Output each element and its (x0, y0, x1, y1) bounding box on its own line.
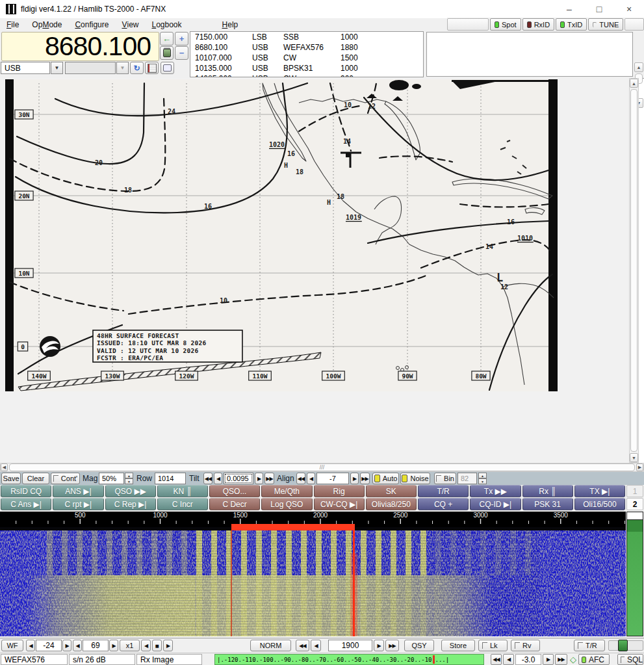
menu-item-help[interactable]: Help (216, 18, 245, 31)
macro-button-rsid-cq[interactable]: RsID CQ (1, 485, 51, 497)
chat-button[interactable] (161, 62, 174, 74)
macro-button-sk[interactable]: SK (366, 485, 417, 497)
minimize-button[interactable]: – (554, 0, 584, 18)
offset-up-button[interactable]: ▶ (109, 640, 118, 651)
wf-slider-thumb[interactable] (618, 640, 628, 651)
wf-mode-button[interactable]: WF (1, 640, 23, 651)
image-hscrollbar-thumb[interactable]: /// (9, 463, 635, 471)
macro-set-1-indicator[interactable]: 1 (626, 485, 643, 497)
frequency-list-row[interactable]: 7150.000LSBSSB1000 (190, 32, 423, 42)
carrier-next2-button[interactable]: ▶▶ (385, 640, 399, 651)
menu-item-view[interactable]: View (115, 18, 145, 31)
chevron-down-icon[interactable]: ▼ (51, 62, 63, 74)
qsy-button[interactable]: QSY (404, 640, 434, 651)
macro-button-tx[interactable]: TX ▶| (574, 485, 625, 497)
row-value[interactable]: 1014 (155, 473, 186, 484)
align-value[interactable]: -7 (316, 473, 349, 484)
afc-next2-button[interactable]: ▶▶ (555, 654, 567, 665)
align-prev-button[interactable]: ◀ (307, 473, 315, 484)
macro-button-psk-31[interactable]: PSK 31 (522, 498, 573, 510)
image-scroll-down-button[interactable]: ▼ (630, 453, 638, 462)
shift-left-button[interactable]: ◀ (141, 640, 151, 651)
freq-add-button[interactable]: + (175, 32, 188, 46)
chevron-down-icon[interactable]: ▼ (116, 62, 129, 74)
tilt-next2-button[interactable]: ▶▶ (264, 473, 274, 484)
refresh-button[interactable]: ↻ (130, 62, 144, 74)
txrx-toggle[interactable]: T/R (574, 640, 605, 651)
macro-button-c-rep[interactable]: C Rep ▶| (105, 498, 156, 510)
align-next-button[interactable]: ▶ (350, 473, 359, 484)
macro-button-qso[interactable]: QSO... (209, 485, 260, 497)
bin-toggle[interactable]: Bin (434, 473, 456, 484)
clear-button[interactable]: Clear (22, 473, 49, 484)
tilt-prev-button[interactable]: ◀ (214, 473, 222, 484)
frequency-list-row[interactable]: 14085.000USBCW900 (190, 73, 423, 77)
bin-value[interactable]: 82 (457, 473, 477, 484)
menu-item-configure[interactable]: Configure (68, 18, 115, 31)
gain-down-button[interactable]: ◀ (26, 640, 35, 651)
spot-toggle[interactable]: Spot (490, 18, 521, 31)
wefax-surface-forecast-map[interactable]: 30N20N10N0140W130W120W110W100W90W80W48HR… (5, 79, 558, 391)
tune-toggle[interactable]: TUNE (588, 18, 623, 31)
bin-spinner[interactable]: ▲▼ (478, 473, 487, 484)
frequency-list[interactable]: 7150.000LSBSSB10008680.100USBWEFAX576188… (190, 31, 424, 77)
image-scroll-left-button[interactable]: ◀ (1, 463, 8, 471)
offset-value[interactable]: 69 (83, 640, 109, 651)
menu-item-op-mode[interactable]: Op Mode (25, 18, 68, 31)
tilt-prev2-button[interactable]: ◀◀ (203, 473, 213, 484)
txid-toggle[interactable]: TxID (556, 18, 587, 31)
menu-item-file[interactable]: File (0, 18, 25, 31)
rxid-toggle[interactable]: RxID (522, 18, 554, 31)
macro-button-log-qso[interactable]: Log QSO (261, 498, 312, 510)
afc-next-button[interactable]: ▶ (543, 654, 554, 665)
frequency-list-row[interactable]: 8680.100USBWEFAX5761880 (190, 42, 423, 53)
macro-button-rig[interactable]: Rig (314, 485, 365, 497)
reverse-toggle[interactable]: Rv (511, 640, 540, 651)
carrier-prev-button[interactable]: ◀ (311, 640, 321, 651)
save-button[interactable]: Save (1, 473, 21, 484)
store-button[interactable]: Store (441, 640, 475, 651)
freq-delete-button[interactable]: − (175, 46, 188, 60)
tilt-value[interactable]: 0.0095 (224, 473, 253, 484)
macro-button-rx[interactable]: Rx ║ (522, 485, 573, 497)
macro-set-2-indicator[interactable]: 2 (626, 498, 643, 510)
close-button[interactable]: × (614, 0, 644, 18)
offset-down-button[interactable]: ◀ (73, 640, 82, 651)
macro-button-c-decr[interactable]: C Decr (209, 498, 260, 510)
macro-button-kn[interactable]: KN ║ (157, 485, 208, 497)
status-mode[interactable]: WEFAX576 (1, 654, 68, 665)
scroll-up-button[interactable]: ▲ (634, 62, 643, 72)
frequency-list-row[interactable]: 10107.000USBCW1500 (190, 53, 423, 63)
lock-toggle[interactable]: Lk (478, 640, 508, 651)
image-scroll-up-button[interactable]: ▲ (630, 79, 638, 88)
gain-up-button[interactable]: ▶ (62, 640, 71, 651)
image-scroll-right-button[interactable]: ▶ (636, 463, 643, 471)
noise-toggle[interactable]: Noise (400, 473, 430, 484)
macro-button-cq[interactable]: CQ + (418, 498, 469, 510)
gain-value[interactable]: -24 (36, 640, 62, 651)
macro-button-me-qth[interactable]: Me/Qth (261, 485, 312, 497)
afc-prev2-button[interactable]: ◀◀ (491, 654, 502, 665)
afc-toggle[interactable]: AFC (578, 654, 610, 665)
bandwidth-select[interactable]: ▼ (65, 62, 129, 74)
align-next2-button[interactable]: ▶▶ (360, 473, 370, 484)
rx-text-area[interactable] (426, 32, 633, 77)
auto-toggle[interactable]: Auto (372, 473, 399, 484)
frequency-list-row[interactable]: 10135.000USBBPSK311000 (190, 63, 423, 73)
macro-button-cw-cq[interactable]: CW-CQ ▶| (314, 498, 365, 510)
mag-spinner[interactable]: ▲▼ (125, 473, 133, 484)
macro-button-c-ans[interactable]: C Ans ▶| (1, 498, 51, 510)
macro-button-qso[interactable]: QSO ▶▶ (105, 485, 156, 497)
carrier-value[interactable]: 1900 (328, 640, 372, 651)
afc-offset-value[interactable]: -3.0 (515, 654, 541, 665)
sql-toggle[interactable]: SQL (617, 654, 643, 665)
macro-button-cq-id[interactable]: CQ-ID ▶| (470, 498, 521, 510)
continuous-toggle[interactable]: Cont' (51, 473, 80, 484)
macro-button-tx[interactable]: Tx ▶▶ (470, 485, 521, 497)
carrier-prev2-button[interactable]: ◀◀ (296, 640, 309, 651)
mag-value[interactable]: 50% (99, 473, 124, 484)
tilt-next-button[interactable]: ▶ (255, 473, 263, 484)
maximize-button[interactable]: □ (584, 0, 614, 18)
align-prev2-button[interactable]: ◀◀ (296, 473, 305, 484)
freq-store-button[interactable] (160, 46, 174, 60)
